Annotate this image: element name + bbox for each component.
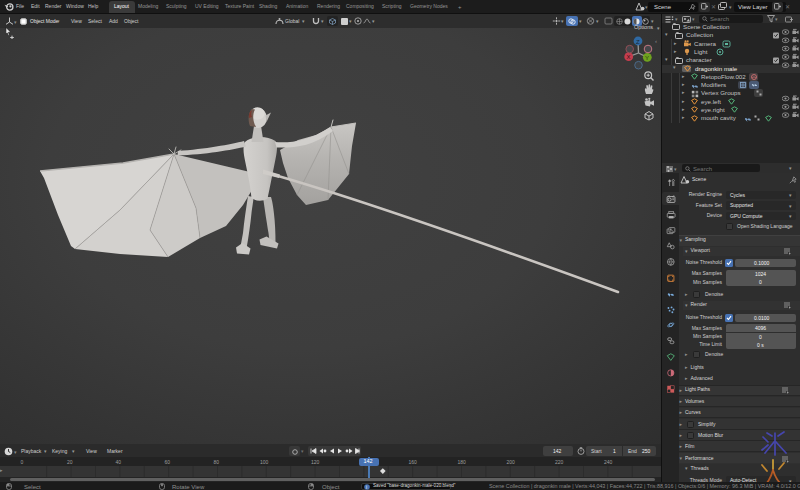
- svg-text:i: i: [366, 484, 367, 489]
- svg-text:Z: Z: [636, 39, 640, 45]
- svg-text:X: X: [627, 54, 631, 60]
- svg-text:Y: Y: [645, 55, 649, 61]
